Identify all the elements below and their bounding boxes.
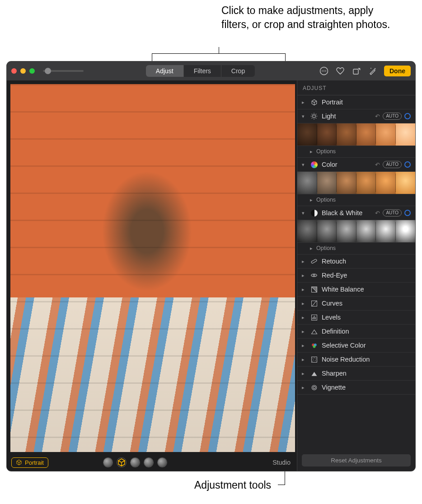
- chevron-down-icon[interactable]: ▾: [302, 113, 306, 119]
- chevron-right-icon[interactable]: ▸: [302, 259, 306, 264]
- tab-adjust[interactable]: Adjust: [146, 65, 184, 77]
- svg-point-29: [312, 361, 313, 361]
- bw-preset[interactable]: [317, 220, 337, 242]
- adjust-row-selective-color[interactable]: ▸ Selective Color: [297, 339, 415, 353]
- light-preset[interactable]: [337, 123, 356, 146]
- bw-preset[interactable]: [376, 220, 396, 242]
- light-thumbnail-strip[interactable]: [297, 123, 415, 146]
- auto-button[interactable]: AUTO: [383, 161, 402, 168]
- sidebar-scroll[interactable]: ▸ Portrait ▾ Light ↶ AUTO: [297, 95, 415, 450]
- minimize-button[interactable]: [20, 68, 26, 74]
- adjust-row-white-balance[interactable]: ▸ White Balance: [297, 283, 415, 297]
- svg-line-13: [316, 114, 317, 115]
- chevron-down-icon[interactable]: ▾: [302, 210, 306, 216]
- bw-preset[interactable]: [337, 220, 356, 242]
- undo-icon[interactable]: ↶: [375, 161, 380, 168]
- window-controls: [11, 68, 35, 74]
- lighting-stage-mono[interactable]: [158, 458, 167, 467]
- light-preset[interactable]: [396, 123, 416, 146]
- lighting-effect-picker: [103, 458, 167, 467]
- chevron-right-icon[interactable]: ▸: [310, 245, 314, 251]
- chevron-right-icon[interactable]: ▸: [302, 343, 306, 349]
- done-button[interactable]: Done: [384, 66, 411, 76]
- color-preset[interactable]: [376, 172, 396, 194]
- svg-point-28: [315, 360, 315, 361]
- chevron-right-icon[interactable]: ▸: [310, 197, 314, 203]
- light-preset[interactable]: [356, 123, 376, 146]
- svg-point-3: [325, 71, 326, 71]
- auto-enhance-icon[interactable]: [366, 64, 380, 78]
- adjust-row-light[interactable]: ▾ Light ↶ AUTO: [297, 109, 415, 123]
- tab-filters[interactable]: Filters: [184, 65, 221, 77]
- bw-preset[interactable]: [297, 220, 317, 242]
- tab-crop[interactable]: Crop: [221, 65, 255, 77]
- sun-icon: [310, 113, 318, 120]
- color-thumbnail-strip[interactable]: [297, 172, 415, 194]
- lighting-stage[interactable]: [144, 458, 153, 467]
- color-options-row[interactable]: ▸Options: [297, 194, 415, 206]
- adjust-row-sharpen[interactable]: ▸ Sharpen: [297, 367, 415, 381]
- chevron-right-icon[interactable]: ▸: [302, 385, 306, 391]
- color-preset[interactable]: [337, 172, 356, 194]
- light-preset[interactable]: [317, 123, 337, 146]
- photo-canvas[interactable]: [10, 84, 295, 452]
- chevron-down-icon[interactable]: ▾: [302, 162, 306, 168]
- auto-button[interactable]: AUTO: [383, 113, 402, 120]
- enable-toggle[interactable]: [404, 210, 411, 216]
- lighting-studio[interactable]: [117, 458, 126, 467]
- adjust-row-noise-reduction[interactable]: ▸ Noise Reduction: [297, 353, 415, 367]
- bw-thumbnail-strip[interactable]: [297, 220, 415, 243]
- adjust-row-definition[interactable]: ▸ Definition: [297, 325, 415, 339]
- more-icon[interactable]: [317, 64, 331, 78]
- color-preset[interactable]: [356, 172, 376, 194]
- adjust-row-curves[interactable]: ▸ Curves: [297, 297, 415, 311]
- adjust-row-retouch[interactable]: ▸ Retouch: [297, 254, 415, 268]
- enable-toggle[interactable]: [404, 161, 411, 168]
- lighting-natural[interactable]: [103, 458, 113, 467]
- eye-icon: [310, 272, 318, 279]
- chevron-right-icon[interactable]: ▸: [302, 329, 306, 334]
- color-preset[interactable]: [317, 172, 337, 194]
- undo-icon[interactable]: ↶: [375, 113, 380, 120]
- adjust-row-color[interactable]: ▾ Color ↶ AUTO: [297, 158, 415, 172]
- adjust-row-portrait[interactable]: ▸ Portrait: [297, 95, 415, 109]
- chevron-right-icon[interactable]: ▸: [310, 149, 314, 155]
- bw-icon: [310, 210, 318, 217]
- adjust-row-redeye[interactable]: ▸ Red-Eye: [297, 268, 415, 283]
- row-controls: ↶ AUTO: [375, 209, 411, 217]
- color-preset[interactable]: [396, 172, 416, 194]
- chevron-right-icon[interactable]: ▸: [302, 315, 306, 320]
- fullscreen-button[interactable]: [29, 68, 35, 74]
- light-options-row[interactable]: ▸Options: [297, 146, 415, 158]
- chevron-right-icon[interactable]: ▸: [302, 99, 306, 105]
- reset-adjustments-button[interactable]: Reset Adjustments: [302, 454, 411, 466]
- options-label: Options: [316, 197, 336, 203]
- chevron-right-icon[interactable]: ▸: [302, 273, 306, 278]
- light-preset[interactable]: [297, 123, 317, 146]
- close-button[interactable]: [11, 68, 17, 74]
- color-wheel-icon: [310, 161, 318, 168]
- rotate-icon[interactable]: [350, 64, 363, 78]
- light-preset[interactable]: [376, 123, 396, 146]
- chevron-right-icon[interactable]: ▸: [302, 301, 306, 306]
- row-controls: ↶ AUTO: [375, 113, 411, 120]
- bw-options-row[interactable]: ▸Options: [297, 243, 415, 254]
- zoom-slider[interactable]: [43, 70, 84, 72]
- color-preset[interactable]: [297, 172, 317, 194]
- svg-line-14: [312, 118, 313, 119]
- adjust-row-vignette[interactable]: ▸ Vignette: [297, 381, 415, 395]
- adjust-row-bw[interactable]: ▾ Black & White ↶ AUTO: [297, 206, 415, 220]
- undo-icon[interactable]: ↶: [375, 210, 380, 217]
- lighting-contour[interactable]: [131, 458, 140, 467]
- favorite-icon[interactable]: [333, 64, 347, 78]
- chevron-right-icon[interactable]: ▸: [302, 357, 306, 363]
- auto-button[interactable]: AUTO: [383, 209, 402, 217]
- bw-preset[interactable]: [396, 220, 416, 242]
- chevron-right-icon[interactable]: ▸: [302, 287, 306, 292]
- portrait-badge[interactable]: Portrait: [11, 457, 48, 468]
- reset-row: Reset Adjustments: [297, 450, 415, 471]
- enable-toggle[interactable]: [404, 113, 411, 119]
- chevron-right-icon[interactable]: ▸: [302, 371, 306, 377]
- bw-preset[interactable]: [356, 220, 376, 242]
- adjust-row-levels[interactable]: ▸ Levels: [297, 311, 415, 325]
